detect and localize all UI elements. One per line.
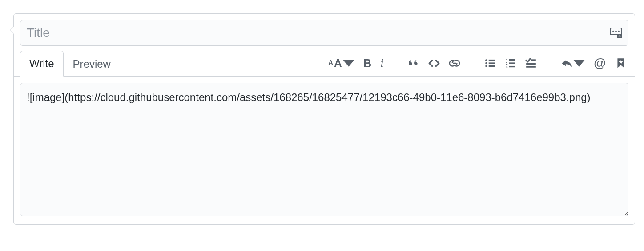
svg-point-1: [612, 31, 614, 32]
mention-button[interactable]: @: [592, 54, 608, 72]
toolbar-group-text: AA B i: [326, 55, 386, 72]
comment-textarea[interactable]: [20, 83, 628, 216]
svg-rect-9: [488, 60, 495, 61]
svg-point-8: [485, 65, 487, 67]
svg-point-7: [485, 62, 487, 64]
unordered-list-icon: [484, 57, 496, 69]
svg-text:5: 5: [618, 34, 620, 38]
unordered-list-button[interactable]: [483, 56, 498, 71]
title-input[interactable]: [20, 20, 628, 46]
bookmark-icon: [615, 57, 627, 69]
italic-button[interactable]: i: [378, 55, 385, 72]
toolbar-group-lists: 1 2 3: [483, 56, 539, 71]
svg-rect-20: [526, 66, 536, 68]
task-list-button[interactable]: [523, 56, 539, 71]
heading-small-a: A: [328, 59, 334, 67]
svg-point-2: [615, 31, 617, 32]
svg-text:3: 3: [506, 65, 507, 69]
link-icon: [449, 57, 460, 69]
svg-point-3: [618, 31, 620, 32]
comment-form: 5 Write Preview AA B i: [13, 13, 635, 225]
svg-rect-19: [526, 63, 536, 65]
title-input-wrap: 5: [20, 20, 628, 46]
chevron-down-icon: [573, 57, 585, 69]
ordered-list-icon: 1 2 3: [505, 57, 516, 69]
tabs: Write Preview: [20, 50, 120, 76]
heading-big-a: A: [334, 57, 342, 69]
svg-rect-15: [509, 59, 515, 61]
bold-button[interactable]: B: [362, 55, 374, 72]
quote-button[interactable]: [406, 56, 421, 71]
toolbar: AA B i: [326, 51, 628, 76]
quote-icon: [408, 57, 419, 69]
extension-icon[interactable]: 5: [610, 28, 622, 38]
tabnav: Write Preview AA B i: [14, 50, 635, 77]
svg-rect-11: [488, 65, 495, 67]
tab-write[interactable]: Write: [20, 51, 64, 77]
reply-button[interactable]: [559, 56, 587, 71]
ordered-list-button[interactable]: 1 2 3: [503, 56, 518, 71]
reference-button[interactable]: [613, 56, 628, 71]
title-row: 5: [14, 14, 635, 50]
toolbar-group-misc: @: [559, 54, 628, 72]
tab-preview[interactable]: Preview: [64, 51, 120, 77]
reply-icon: [561, 57, 572, 69]
heading-button[interactable]: AA: [326, 55, 356, 71]
code-icon: [428, 57, 440, 69]
task-list-icon: [525, 57, 537, 69]
svg-rect-18: [531, 59, 536, 61]
code-button[interactable]: [427, 56, 442, 71]
bubble-arrow: [10, 26, 14, 34]
toolbar-group-insert: [406, 56, 462, 71]
svg-point-6: [485, 59, 487, 61]
svg-rect-17: [509, 66, 515, 67]
chevron-down-icon: [343, 57, 354, 69]
svg-rect-10: [488, 62, 495, 64]
link-button[interactable]: [447, 56, 462, 71]
body-area: [14, 77, 635, 224]
svg-rect-16: [509, 62, 515, 64]
